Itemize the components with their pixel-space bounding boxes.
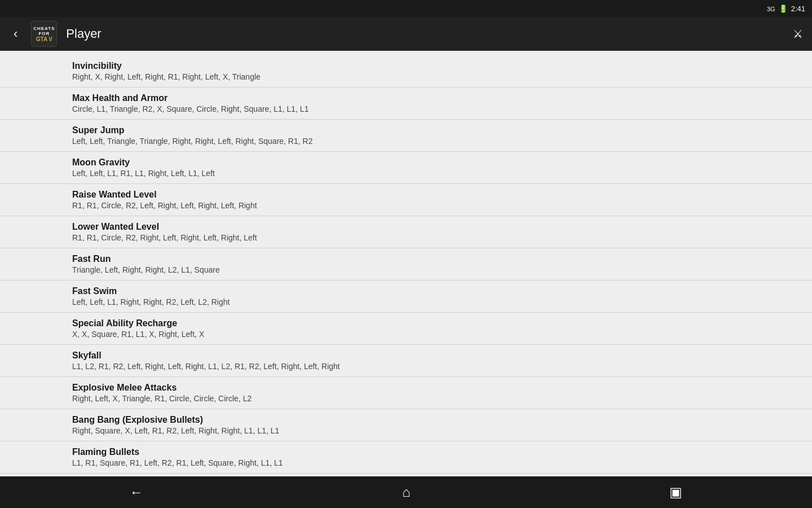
list-item[interactable]: Fast SwimLeft, Left, L1, Right, Right, R… [0, 281, 812, 313]
page-title: Player [66, 27, 784, 41]
battery-indicator: 🔋 [779, 5, 788, 13]
cheat-code: Circle, L1, Triangle, R2, X, Square, Cir… [72, 104, 740, 113]
cheat-name: Explosive Melee Attacks [72, 383, 740, 393]
cheat-name: Skyfall [72, 351, 740, 361]
app-logo: CHEATS FOR GTA V [31, 21, 57, 47]
cheat-code: Left, Left, L1, Right, Right, R2, Left, … [72, 297, 740, 306]
list-item[interactable]: Lower Wanted LevelR1, R1, Circle, R2, Ri… [0, 216, 812, 248]
cheat-name: Fast Swim [72, 286, 740, 296]
cheat-name: Special Ability Recharge [72, 318, 740, 329]
cheat-name: Invincibility [72, 61, 740, 71]
list-item[interactable]: Explosive Melee AttacksRight, Left, X, T… [0, 377, 812, 409]
cheat-code: L1, R1, Square, R1, Left, R2, R1, Left, … [72, 458, 740, 467]
cheat-name: Moon Gravity [72, 157, 740, 168]
list-item[interactable]: Raise Wanted LevelR1, R1, Circle, R2, Le… [0, 184, 812, 216]
logo-cheats-text: CHEATS [33, 26, 55, 31]
nav-bar: ← ⌂ ▣ [0, 476, 812, 508]
cheat-name: Flaming Bullets [72, 447, 740, 457]
cheat-name: Fast Run [72, 254, 740, 264]
cheat-code: Left, Left, L1, R1, L1, Right, Left, L1,… [72, 169, 740, 178]
edit-icon[interactable]: ⚔ [793, 27, 803, 41]
clock: 2:41 [791, 5, 805, 13]
list-item[interactable]: Moon GravityLeft, Left, L1, R1, L1, Righ… [0, 152, 812, 184]
cheat-code: Left, Left, Triangle, Triangle, Right, R… [72, 137, 740, 146]
cheat-code: Triangle, Left, Right, Right, L2, L1, Sq… [72, 265, 740, 274]
cheat-name: Raise Wanted Level [72, 190, 740, 200]
list-item[interactable]: Max Health and ArmorCircle, L1, Triangle… [0, 87, 812, 120]
list-item[interactable]: InvincibilityRight, X, Right, Left, Righ… [0, 55, 812, 87]
cheat-code: R1, R1, Circle, R2, Left, Right, Left, R… [72, 201, 740, 210]
cheat-name: Max Health and Armor [72, 93, 740, 103]
list-item[interactable]: SkyfallL1, L2, R1, R2, Left, Right, Left… [0, 345, 812, 377]
back-button[interactable]: ‹ [9, 24, 22, 43]
cheat-name: Lower Wanted Level [72, 222, 740, 232]
cheat-code: Right, Left, X, Triangle, R1, Circle, Ci… [72, 394, 740, 403]
cheat-code: Right, X, Right, Left, Right, R1, Right,… [72, 72, 740, 81]
list-item[interactable]: Flaming BulletsL1, R1, Square, R1, Left,… [0, 441, 812, 474]
list-item[interactable]: Super JumpLeft, Left, Triangle, Triangle… [0, 120, 812, 152]
network-indicator [767, 5, 775, 13]
cheat-name: Super Jump [72, 125, 740, 135]
list-item[interactable]: Fast RunTriangle, Left, Right, Right, L2… [0, 248, 812, 281]
cheat-code: L1, L2, R1, R2, Left, Right, Left, Right… [72, 362, 740, 371]
cheat-code: R1, R1, Circle, R2, Right, Left, Right, … [72, 233, 740, 242]
cheat-code: X, X, Square, R1, L1, X, Right, Left, X [72, 330, 740, 339]
cheat-name: Bang Bang (Explosive Bullets) [72, 415, 740, 425]
nav-home-button[interactable]: ⌂ [379, 480, 433, 505]
logo-gta-text: GTA [36, 36, 47, 42]
app-bar: ‹ CHEATS FOR GTA V Player ⚔ [0, 17, 812, 51]
list-item[interactable]: Special Ability RechargeX, X, Square, R1… [0, 313, 812, 345]
cheat-list: InvincibilityRight, X, Right, Left, Righ… [0, 51, 812, 476]
cheat-code: Right, Square, X, Left, R1, R2, Left, Ri… [72, 426, 740, 435]
nav-recents-button[interactable]: ▣ [647, 480, 705, 505]
status-bar: 🔋 2:41 [0, 0, 812, 17]
logo-v-text: V [48, 36, 52, 42]
nav-back-button[interactable]: ← [107, 480, 166, 505]
list-item[interactable]: Bang Bang (Explosive Bullets)Right, Squa… [0, 409, 812, 441]
logo-for-text: FOR [38, 31, 50, 36]
